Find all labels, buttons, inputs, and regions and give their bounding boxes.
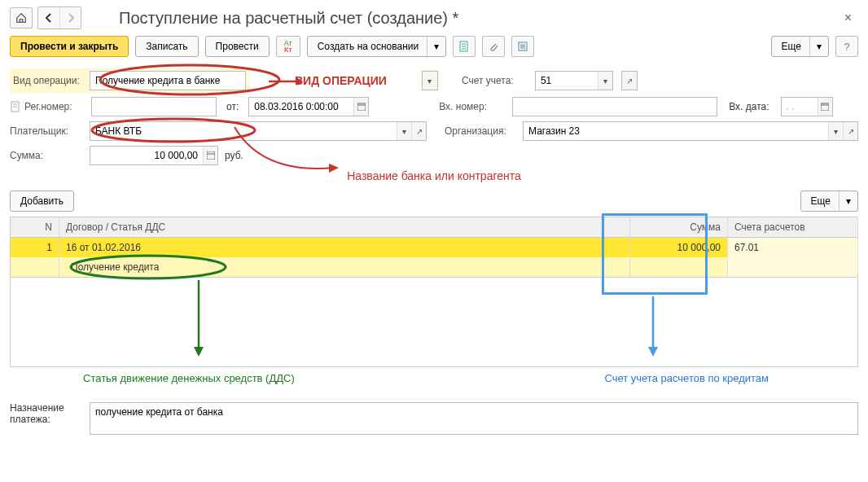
attach-button[interactable] xyxy=(482,36,505,57)
forward-button[interactable] xyxy=(59,7,81,28)
list-icon xyxy=(517,41,528,52)
sum-label: Сумма: xyxy=(10,150,83,161)
more-button-top[interactable]: Еще ▾ xyxy=(771,36,829,57)
cell-acc xyxy=(728,257,858,278)
create-based-label: Создать на основании xyxy=(318,41,419,52)
back-button[interactable] xyxy=(38,7,59,28)
post-button[interactable]: Провести xyxy=(205,36,270,57)
page-title: Поступление на расчетный счет (создание)… xyxy=(119,9,833,28)
more-button-table[interactable]: Еще ▾ xyxy=(800,191,858,212)
cell-n xyxy=(11,257,59,278)
svg-rect-16 xyxy=(821,103,829,111)
items-table: N Договор / Статья ДДС Сумма Счета расче… xyxy=(10,217,858,278)
cell-sum: 10 000,00 xyxy=(630,238,728,258)
cell-contract: Получение кредита xyxy=(59,257,630,278)
payer-input[interactable] xyxy=(90,122,397,140)
reg-no-input[interactable] xyxy=(92,98,216,116)
op-type-label: Вид операции: xyxy=(13,75,86,86)
calendar-icon xyxy=(357,103,366,111)
dtkt-icon: АтКт xyxy=(284,40,292,53)
home-button[interactable] xyxy=(10,7,33,28)
account-dropdown[interactable]: ▾ xyxy=(598,72,612,90)
org-open[interactable]: ↗ xyxy=(843,122,857,140)
in-no-label: Вх. номер: xyxy=(439,101,506,112)
org-input[interactable] xyxy=(524,122,828,140)
org-label: Организация: xyxy=(445,125,516,137)
chevron-down-icon: ▾ xyxy=(427,37,445,56)
help-button[interactable]: ? xyxy=(835,36,858,57)
from-label: от: xyxy=(226,101,239,112)
calendar-button-in[interactable] xyxy=(818,98,832,116)
org-dropdown[interactable]: ▾ xyxy=(828,122,843,140)
calculator-button[interactable] xyxy=(203,147,217,164)
col-header-contract[interactable]: Договор / Статья ДДС xyxy=(59,217,630,238)
chevron-down-icon: ▾ xyxy=(809,37,828,56)
table-blank-area[interactable] xyxy=(10,278,858,367)
toolbar: Провести и закрыть Записать Провести АтК… xyxy=(10,33,858,65)
paperclip-icon xyxy=(488,41,499,52)
save-button[interactable]: Записать xyxy=(135,36,198,57)
svg-rect-19 xyxy=(207,151,215,160)
op-type-input[interactable] xyxy=(90,72,245,90)
date-input[interactable] xyxy=(249,98,353,116)
annotation-bank: Название банка или контрагента xyxy=(347,169,521,182)
post-close-button[interactable]: Провести и закрыть xyxy=(10,36,129,57)
cell-acc: 67.01 xyxy=(728,238,858,258)
cell-sum xyxy=(630,257,728,278)
account-label: Счет учета: xyxy=(462,75,528,86)
col-header-acc[interactable]: Счета расчетов xyxy=(728,217,858,238)
in-no-input[interactable] xyxy=(513,98,717,116)
col-header-sum[interactable]: Сумма xyxy=(630,217,728,238)
nav-group xyxy=(37,7,81,29)
account-input[interactable] xyxy=(536,72,598,90)
document-icon xyxy=(10,101,21,112)
op-type-dropdown[interactable]: ▾ xyxy=(423,72,437,90)
currency-label: руб. xyxy=(225,150,243,161)
document-icon xyxy=(458,41,470,52)
table-row[interactable]: 1 16 от 01.02.2016 10 000,00 67.01 xyxy=(11,238,858,258)
purpose-label1: Назначение xyxy=(10,402,83,414)
table-row[interactable]: Получение кредита xyxy=(11,257,858,278)
annotation-op-type: ВИД ОПЕРАЦИИ xyxy=(295,74,387,87)
cell-contract: 16 от 01.02.2016 xyxy=(59,238,630,258)
arrow-right-icon xyxy=(66,13,76,23)
calendar-icon xyxy=(821,103,829,111)
doc-button[interactable] xyxy=(453,36,476,57)
reg-no-label: Рег.номер: xyxy=(24,101,85,112)
add-button[interactable]: Добавить xyxy=(10,191,74,212)
svg-rect-14 xyxy=(357,103,366,111)
annotation-dds: Статья движение денежных средств (ДДС) xyxy=(83,372,295,384)
calendar-button[interactable] xyxy=(353,98,368,116)
close-button[interactable]: × xyxy=(838,7,858,28)
account-open[interactable]: ↗ xyxy=(622,72,637,90)
payer-dropdown[interactable]: ▾ xyxy=(397,122,411,140)
cell-n: 1 xyxy=(11,238,59,258)
purpose-input[interactable] xyxy=(90,402,858,435)
sum-input[interactable] xyxy=(90,147,203,164)
dtkt-button[interactable]: АтКт xyxy=(276,36,300,57)
home-icon xyxy=(15,12,27,24)
payer-label: Плательщик: xyxy=(10,125,83,137)
annotation-credit-acc: Счет учета расчетов по кредитам xyxy=(604,372,769,384)
purpose-label2: платежа: xyxy=(10,414,83,425)
calculator-icon xyxy=(207,151,215,160)
chevron-down-icon: ▾ xyxy=(839,191,857,211)
list-button[interactable] xyxy=(511,36,534,57)
col-header-n[interactable]: N xyxy=(11,217,59,238)
more-label: Еще xyxy=(782,41,801,52)
in-date-label: Вх. дата: xyxy=(729,101,769,112)
payer-open[interactable]: ↗ xyxy=(411,122,426,140)
arrow-left-icon xyxy=(44,13,54,23)
more-label-2: Еще xyxy=(811,195,831,207)
create-based-button[interactable]: Создать на основании ▾ xyxy=(307,36,447,57)
in-date-input[interactable] xyxy=(782,98,818,116)
